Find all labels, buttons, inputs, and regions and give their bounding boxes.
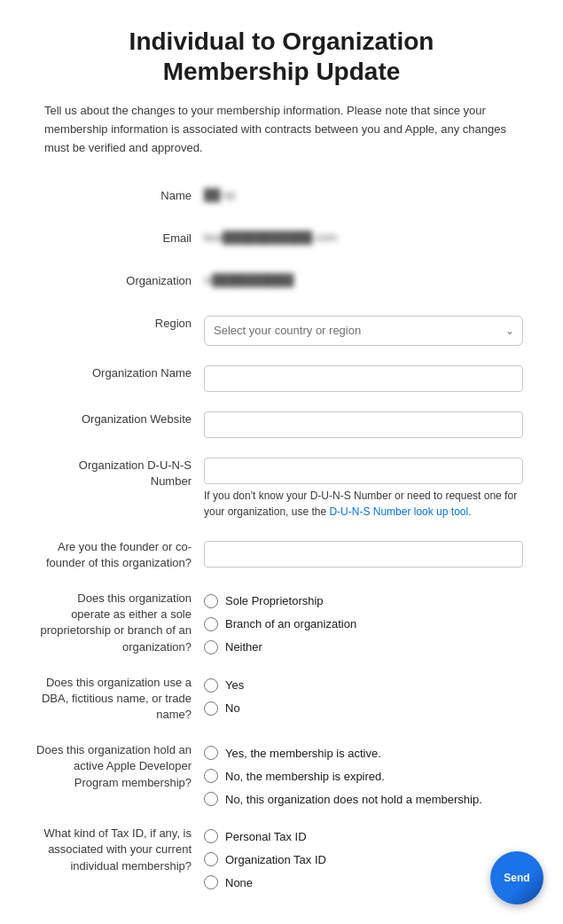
page-container: Individual to OrganizationMembership Upd… [0, 0, 563, 924]
name-blurred: ██ xp [204, 188, 236, 201]
tax-radio-2[interactable] [204, 852, 218, 866]
founder-row: Are you the founder or co-founder of thi… [35, 534, 528, 571]
org-blurred: xi██████████ [204, 273, 294, 286]
org-name-input[interactable] [204, 365, 523, 392]
membership-radio-group: Yes, the membership is active. No, the m… [204, 742, 528, 806]
dba-radio-no[interactable] [204, 701, 218, 716]
region-select[interactable]: Select your country or region [204, 316, 523, 346]
tax-row: What kind of Tax ID, if any, is associat… [35, 820, 528, 889]
form-section: Name ██ xp Email kea███████████.com Orga… [35, 183, 528, 890]
membership-radio-2[interactable] [204, 769, 218, 783]
membership-options: Yes, the membership is active. No, the m… [204, 737, 528, 806]
send-button-container: Send [490, 851, 543, 904]
send-button[interactable]: Send [490, 851, 543, 904]
org-name-label: Organization Name [35, 360, 204, 381]
org-website-field[interactable] [204, 406, 528, 438]
duns-note: If you don't know your D-U-N-S Number or… [204, 488, 523, 520]
dba-label-yes: Yes [225, 678, 244, 692]
send-button-label: Send [504, 873, 529, 883]
membership-radio-1[interactable] [204, 746, 218, 760]
dba-label: Does this organization use a DBA, fictit… [35, 670, 204, 724]
tax-radio-1[interactable] [204, 829, 218, 843]
dba-options: Yes No [204, 670, 528, 716]
duns-label: Organization D-U-N-S Number [35, 452, 204, 489]
dba-option-no[interactable]: No [204, 701, 528, 716]
organization-label: Organization [35, 268, 204, 289]
name-row: Name ██ xp [35, 183, 528, 211]
email-label: Email [35, 225, 204, 247]
tax-radio-3[interactable] [204, 875, 218, 889]
sole-prop-radio-1[interactable] [204, 594, 218, 608]
membership-row: Does this organization hold an active Ap… [35, 737, 528, 806]
membership-label-2: No, the membership is expired. [225, 770, 385, 783]
membership-label: Does this organization hold an active Ap… [35, 737, 204, 791]
duns-row: Organization D-U-N-S Number If you don't… [35, 452, 528, 520]
region-field: Select your country or region ⌄ [204, 310, 528, 346]
membership-option-1[interactable]: Yes, the membership is active. [204, 746, 528, 760]
tax-label-3: None [225, 876, 253, 889]
sole-prop-radio-2[interactable] [204, 617, 218, 631]
founder-input[interactable] [204, 541, 523, 568]
name-value: ██ xp [204, 183, 528, 201]
membership-option-2[interactable]: No, the membership is expired. [204, 769, 528, 783]
duns-input[interactable] [204, 458, 523, 484]
sole-prop-label: Does this organization operate as either… [35, 585, 204, 655]
tax-option-2[interactable]: Organization Tax ID [204, 852, 528, 866]
sole-prop-option-3[interactable]: Neither [204, 640, 528, 654]
sole-prop-label-3: Neither [225, 640, 262, 654]
sole-prop-row: Does this organization operate as either… [35, 585, 528, 655]
sole-prop-options: Sole Proprietorship Branch of an organiz… [204, 585, 528, 654]
email-row: Email kea███████████.com [35, 225, 528, 254]
sole-prop-label-2: Branch of an organization [225, 617, 356, 630]
dba-option-yes[interactable]: Yes [204, 678, 528, 693]
region-label: Region [35, 310, 204, 332]
tax-label-2: Organization Tax ID [225, 853, 326, 866]
membership-option-3[interactable]: No, this organization does not hold a me… [204, 792, 528, 806]
email-blurred: kea███████████.com [204, 231, 337, 244]
name-label: Name [35, 183, 204, 204]
sole-prop-radio-group: Sole Proprietorship Branch of an organiz… [204, 591, 528, 654]
duns-field: If you don't know your D-U-N-S Number or… [204, 452, 528, 520]
membership-label-1: Yes, the membership is active. [225, 747, 381, 760]
sole-prop-option-2[interactable]: Branch of an organization [204, 617, 528, 631]
region-select-container[interactable]: Select your country or region ⌄ [204, 316, 523, 346]
organization-value: xi██████████ [204, 268, 528, 286]
tax-radio-group: Personal Tax ID Organization Tax ID None [204, 826, 528, 889]
org-website-input[interactable] [204, 411, 523, 438]
sole-prop-option-1[interactable]: Sole Proprietorship [204, 594, 528, 608]
tax-label: What kind of Tax ID, if any, is associat… [35, 820, 204, 874]
org-website-label: Organization Website [35, 406, 204, 427]
email-value: kea███████████.com [204, 225, 528, 244]
founder-label: Are you the founder or co-founder of thi… [35, 534, 204, 571]
region-row: Region Select your country or region ⌄ [35, 310, 528, 346]
org-website-row: Organization Website [35, 406, 528, 438]
sole-prop-radio-3[interactable] [204, 640, 218, 654]
membership-radio-3[interactable] [204, 792, 218, 806]
dba-label-no: No [225, 701, 240, 715]
tax-options: Personal Tax ID Organization Tax ID None [204, 820, 528, 889]
org-name-field[interactable] [204, 360, 528, 392]
page-description: Tell us about the changes to your member… [35, 102, 528, 157]
dba-radio-group: Yes No [204, 675, 528, 716]
dba-radio-yes[interactable] [204, 678, 218, 693]
duns-lookup-link[interactable]: D-U-N-S Number look up tool. [329, 505, 471, 518]
tax-option-3[interactable]: None [204, 875, 528, 889]
organization-row: Organization xi██████████ [35, 268, 528, 296]
org-name-row: Organization Name [35, 360, 528, 392]
tax-label-1: Personal Tax ID [225, 830, 307, 843]
founder-field[interactable] [204, 534, 528, 568]
page-title: Individual to OrganizationMembership Upd… [35, 27, 528, 86]
membership-label-3: No, this organization does not hold a me… [225, 793, 482, 806]
sole-prop-label-1: Sole Proprietorship [225, 594, 324, 607]
tax-option-1[interactable]: Personal Tax ID [204, 829, 528, 843]
dba-row: Does this organization use a DBA, fictit… [35, 670, 528, 724]
